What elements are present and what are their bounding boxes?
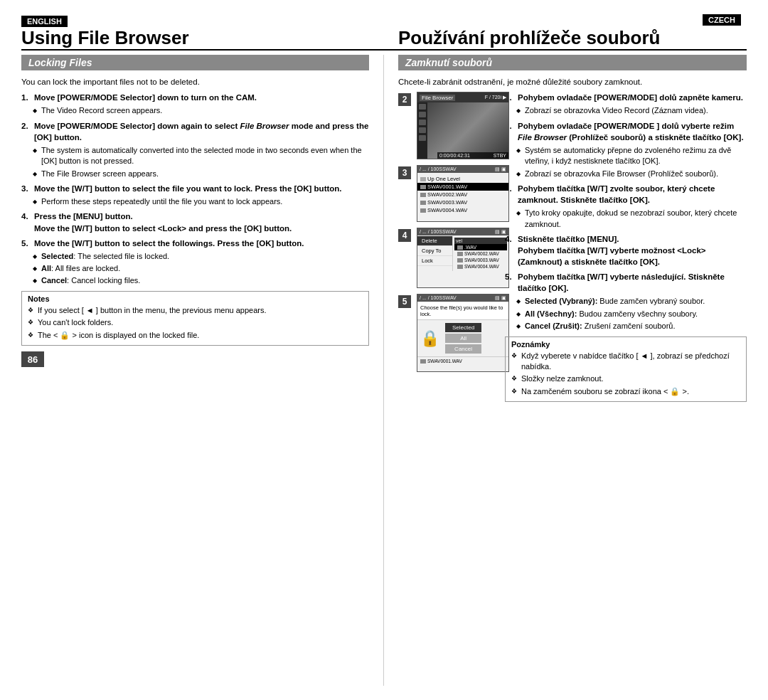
sub-bullets: Zobrazí se obrazovka Video Record (Zázna… <box>516 105 747 116</box>
step-text: Pohybem tlačítka [W/T] zvolte soubor, kt… <box>518 183 747 206</box>
option-selected: Selected <box>445 323 481 332</box>
steps-list-left: 1. Move [POWER/MODE Selector] down to tu… <box>21 92 369 287</box>
folder-icon <box>420 177 426 181</box>
file-icon <box>420 185 426 189</box>
english-column: Locking Files You can lock the important… <box>21 55 384 686</box>
cam-screen-fb3: / ... / 100SSWAV ▤ ▣ Up One Level <box>417 165 509 222</box>
fb-path: / ... / 100SSWAV ▤ ▣ <box>417 166 508 173</box>
note-item: Složky nelze zamknout. <box>511 373 740 384</box>
header-row: ENGLISH Using File Browser CZECH Používá… <box>21 14 747 49</box>
screen-step4: 4 / ... / 100SSWAV ▤ ▣ Delete Copy To L <box>398 228 498 288</box>
cam-icon <box>419 135 426 141</box>
sub-bullets: Systém se automaticky přepne do zvolenéh… <box>516 145 747 179</box>
section-title-right: Zamknutí souborů <box>398 55 747 70</box>
file-icon <box>420 193 426 197</box>
bullet-item: Tyto kroky opakujte, dokud se nezobrazí … <box>516 208 747 230</box>
lang-badge-czech: CZECH <box>703 14 741 26</box>
fb-item-selected: .WAV <box>454 244 507 250</box>
notes-label-czech: Poznámky <box>511 340 740 349</box>
fb-path: / ... / 100SSWAV ▤ ▣ <box>417 295 508 302</box>
step-text: Move [POWER/MODE Selector] down again to… <box>34 120 369 143</box>
screen-step5: 5 / ... / 100SSWAV ▤ ▣ Choose the file(s… <box>398 294 498 372</box>
file-icon <box>457 252 463 256</box>
left-title-area: ENGLISH Using File Browser <box>21 16 384 49</box>
file-name: SWAV0002.WAV <box>464 251 499 256</box>
fb-item: SWAV0003.WAV <box>454 257 507 263</box>
fb-item: SWAV0004.WAV <box>454 263 507 270</box>
step-text: Pohybem ovladače [POWER/MODE] dolů zapně… <box>518 92 747 103</box>
step-text: Pohybem ovladače [POWER/MODE ] dolů vybe… <box>518 120 747 143</box>
list-item: 1. Move [POWER/MODE Selector] down to tu… <box>21 92 369 116</box>
fb-item-selected: SWAV0001.WAV <box>417 183 508 191</box>
intro-text-left: You can lock the important files not to … <box>21 76 369 88</box>
menu-area: Delete Copy To Lock vel .WAV <box>417 236 508 271</box>
fb-item: SWAV0002.WAV <box>417 191 508 198</box>
right-title-area: CZECH Používání prohlížeče souborů <box>384 14 747 49</box>
sub-bullets: Selected (Vybraný): Bude zamčen vybraný … <box>516 296 747 332</box>
fb-path: / ... / 100SSWAV ▤ ▣ <box>417 228 508 235</box>
bullet-item: Perform these steps repeatedly until the… <box>33 196 369 207</box>
fb-up-label: Up One Level <box>427 176 460 182</box>
fb-item-locked: SWAV0001.WAV <box>417 356 508 364</box>
step-text: Press the [MENU] button.Move the [W/T] b… <box>34 211 369 233</box>
step-num: 3. <box>21 183 31 194</box>
bullet-item: Selected: The selected file is locked. <box>33 251 369 262</box>
cam-screen-lock5: / ... / 100SSWAV ▤ ▣ Choose the file(s) … <box>417 294 509 372</box>
lock-prompt: Choose the file(s) you would like to loc… <box>417 302 508 320</box>
file-browser-label: File Browser <box>420 95 455 101</box>
step-num: 2. <box>21 120 31 143</box>
cam-preview: 0:00/00:42:31 STBY <box>427 102 508 159</box>
step-num: 1. <box>21 92 31 103</box>
note-item: If you select [ ◄ ] button in the menu, … <box>28 305 363 316</box>
file-icon <box>420 201 426 205</box>
cam-icon <box>419 127 426 133</box>
file-icon <box>420 359 426 364</box>
fb-item: SWAV0004.WAV <box>417 206 508 214</box>
bullet-item: Cancel (Zrušit): Zrušení zamčení souborů… <box>516 321 747 332</box>
notes-box-czech: Poznámky Když vyberete v nabídce tlačítk… <box>505 336 747 403</box>
file-icon <box>420 208 426 213</box>
file-name: .WAV <box>464 245 476 250</box>
lock-options: Selected All Cancel <box>445 323 481 354</box>
bullet-item: All (Všechny): Budou zamčeny všechny sou… <box>516 309 747 319</box>
cam-icon <box>419 112 426 117</box>
cam-icon <box>419 120 426 125</box>
step-text: Pohybem tlačítka [W/T] vyberte následují… <box>518 271 747 294</box>
bullet-item: All: All files are locked. <box>33 263 369 274</box>
step-num-badge: 3 <box>398 166 411 179</box>
path-icons: ▤ ▣ <box>495 166 506 172</box>
file-icon <box>457 265 463 269</box>
screens-and-text: 2 File Browser F / 720i ▶ <box>398 92 747 402</box>
notes-box: Notes If you select [ ◄ ] button in the … <box>21 291 369 346</box>
page-title-left: Using File Browser <box>21 27 384 49</box>
menu-item-delete: Delete <box>417 236 452 246</box>
file-name: SWAV0004.WAV <box>464 264 499 269</box>
path-text: / ... / 100SSWAV <box>420 295 457 301</box>
cam-screen-video: File Browser F / 720i ▶ <box>417 92 509 159</box>
notes-list: If you select [ ◄ ] button in the menu, … <box>28 305 363 341</box>
fb-item: SWAV0002.WAV <box>454 250 507 257</box>
menu-item-copyto: Copy To <box>417 246 452 256</box>
cam-bottom-bar: 0:00/00:42:31 STBY <box>437 152 508 159</box>
bullet-item: The Video Record screen appears. <box>33 105 369 116</box>
file-name: SWAV0002.WAV <box>427 191 467 198</box>
header-divider <box>21 49 747 51</box>
cam-toolbar: File Browser F / 720i ▶ <box>417 92 508 102</box>
bullet-item: The system is automatically converted in… <box>33 145 369 167</box>
step-num: 5. <box>21 238 31 249</box>
list-item: 5. Move the [W/T] button to select the f… <box>21 238 369 287</box>
page-title-right: Používání prohlížeče souborů <box>398 27 747 49</box>
step-num: 5. <box>505 271 515 294</box>
step-text: Move the [W/T] button to select the foll… <box>34 238 369 249</box>
file-name: SWAV0001.WAV <box>427 184 467 190</box>
notes-list-czech: Když vyberete v nabídce tlačítko [ ◄ ], … <box>511 351 740 398</box>
file-icon <box>457 245 463 250</box>
bullet-item: The File Browser screen appears. <box>33 169 369 179</box>
note-item: The < 🔒 > icon is displayed on the locke… <box>28 330 363 341</box>
step-num-badge: 5 <box>398 295 411 308</box>
file-name: SWAV0001.WAV <box>427 359 462 364</box>
sub-bullets: The system is automatically converted in… <box>33 145 369 179</box>
step-num-badge: 4 <box>398 229 411 242</box>
menu-box: Delete Copy To Lock <box>417 236 453 271</box>
bullet-item: Systém se automaticky přepne do zvolenéh… <box>516 145 747 167</box>
